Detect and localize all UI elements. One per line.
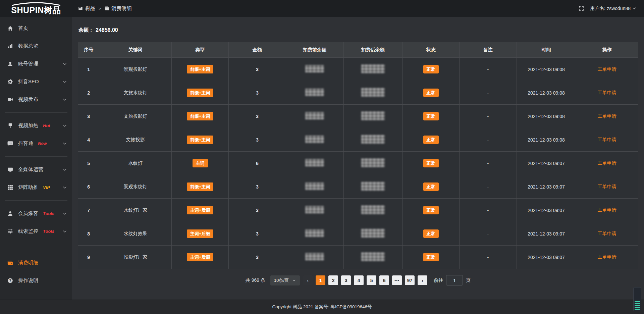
breadcrumb-label: 树品: [85, 5, 95, 12]
breadcrumb-item-current[interactable]: 消费明细: [105, 5, 132, 12]
camera-icon: [7, 97, 13, 102]
sidebar-item-video-publish[interactable]: 视频发布: [0, 91, 72, 108]
work-order-link[interactable]: 工单申请: [598, 90, 616, 95]
work-order-link[interactable]: 工单申请: [598, 231, 616, 236]
work-order-link[interactable]: 工单申请: [598, 137, 616, 142]
sidebar-item-media-operation[interactable]: 全媒体运营: [0, 161, 72, 178]
floating-widget[interactable]: [633, 287, 641, 311]
sidebar-item-member-burst[interactable]: 会员爆客Tools: [0, 205, 72, 222]
status-badge: 正常: [423, 112, 439, 120]
table-row: 2文旅水纹灯前缀+主词3正常-2021-12-03 09:08工单申请: [78, 81, 638, 105]
sidebar-item-video-heat[interactable]: 视频加热Hot: [0, 117, 72, 135]
main-column: 树品 > 消费明细: [72, 0, 644, 300]
sidebar-item-operation-guide[interactable]: ?操作说明: [0, 272, 72, 290]
redacted-value: [361, 158, 385, 167]
gear-icon: [7, 79, 13, 85]
page-button-2[interactable]: 2: [328, 275, 338, 285]
cell-type: 前缀+主词: [171, 175, 228, 199]
table-row: 5水纹灯主词6正常-2021-12-03 09:07工单申请: [78, 152, 638, 175]
cell-amount: 3: [229, 199, 286, 222]
page-button-6[interactable]: 6: [379, 275, 389, 285]
cell-amount: 3: [229, 128, 286, 152]
sidebar-item-label: 首页: [18, 25, 28, 32]
status-badge: 正常: [423, 206, 439, 214]
goto-page: 前往 页: [434, 275, 471, 285]
breadcrumb: 树品 > 消费明细: [78, 5, 132, 12]
sidebar-item-tag: VIP: [43, 185, 50, 190]
page-ellipsis-button[interactable]: •••: [392, 275, 402, 285]
page-button-1[interactable]: 1: [316, 275, 325, 285]
work-order-link[interactable]: 工单申请: [598, 66, 616, 72]
work-order-link[interactable]: 工单申请: [598, 184, 616, 189]
column-header: 金额: [229, 42, 286, 58]
username-value: zswodun88: [607, 6, 631, 11]
chevron-down-icon: [62, 61, 67, 67]
redacted-value: [305, 136, 324, 143]
page-button-3[interactable]: 3: [341, 275, 351, 285]
breadcrumb-item-home[interactable]: 树品: [78, 5, 95, 12]
work-order-link[interactable]: 工单申请: [598, 160, 616, 166]
type-badge: 前缀+主词: [187, 65, 214, 73]
sidebar-item-douketong[interactable]: 抖客通New: [0, 135, 72, 152]
next-page-button[interactable]: ›: [418, 275, 427, 285]
user-menu[interactable]: 用户名: zswodun88: [590, 5, 637, 11]
cell-keyword: 水纹灯: [99, 152, 171, 175]
table-row: 1景观投影灯前缀+主词3正常-2021-12-03 09:08工单申请: [78, 58, 638, 81]
cell-balance-after: [343, 222, 402, 246]
cell-remark: -: [460, 175, 517, 199]
column-header: 备注: [460, 42, 517, 58]
cell-remark: -: [460, 128, 517, 152]
footer: Copyright 树品 2021 备案号: 粤ICP备09019646号: [0, 300, 644, 314]
sidebar-item-matrix-boost[interactable]: 矩阵助推VIP: [0, 178, 72, 196]
cell-balance-after: [343, 58, 402, 81]
floating-widget-stripes: [635, 301, 640, 310]
page-size-select[interactable]: 10条/页: [270, 275, 300, 285]
wallet-icon: [105, 6, 109, 11]
cell-index: 3: [78, 105, 99, 128]
column-header: 序号: [78, 42, 99, 58]
cell-type: 主词: [171, 152, 228, 175]
home-icon: [7, 25, 13, 31]
page-button-5[interactable]: 5: [367, 275, 376, 285]
page-button-4[interactable]: 4: [354, 275, 364, 285]
prev-page-button[interactable]: ‹: [303, 275, 313, 285]
cell-action: 工单申请: [576, 81, 638, 105]
sidebar-item-label: 数据总览: [18, 43, 38, 49]
cell-time: 2021-12-03 09:07: [517, 199, 576, 222]
work-order-link[interactable]: 工单申请: [598, 254, 616, 260]
cell-action: 工单申请: [576, 222, 638, 246]
cell-balance-before: [286, 246, 343, 269]
cell-amount: 3: [229, 246, 286, 269]
cell-type: 前缀+主词: [171, 128, 228, 152]
logo[interactable]: SHUPIN树品: [0, 0, 72, 17]
fullscreen-icon[interactable]: [579, 6, 584, 11]
cell-status: 正常: [402, 152, 459, 175]
cell-type: 前缀+主词: [171, 81, 228, 105]
sidebar-item-clue-monitor[interactable]: 线索监控Tools: [0, 222, 72, 240]
column-header: 扣费前余额: [286, 42, 343, 58]
cell-time: 2021-12-03 09:07: [517, 152, 576, 175]
cell-remark: -: [460, 81, 517, 105]
status-badge: 正常: [423, 229, 439, 238]
goto-page-input[interactable]: [446, 275, 463, 285]
work-order-link[interactable]: 工单申请: [598, 207, 616, 213]
sidebar-item-douyin-seo[interactable]: 抖音SEO: [0, 73, 72, 91]
redacted-value: [361, 111, 385, 120]
cell-time: 2021-12-03 09:08: [517, 128, 576, 152]
sidebar-item-label: 抖音SEO: [18, 78, 39, 85]
redacted-value: [361, 88, 385, 97]
sidebar-item-account-management[interactable]: 账号管理: [0, 55, 72, 73]
sidebar-item-home[interactable]: 首页: [0, 19, 72, 37]
cell-action: 工单申请: [576, 152, 638, 175]
sidebar-item-label: 视频加热: [18, 122, 38, 129]
cell-type: 主词+后缀: [171, 199, 228, 222]
page-button-97[interactable]: 97: [405, 275, 415, 285]
sidebar-item-consumption-detail[interactable]: 消费明细: [0, 254, 72, 272]
user-icon: [7, 211, 13, 216]
cell-remark: -: [460, 105, 517, 128]
work-order-link[interactable]: 工单申请: [598, 113, 616, 119]
sidebar-item-data-overview[interactable]: 数据总览: [0, 37, 72, 55]
cell-action: 工单申请: [576, 105, 638, 128]
cell-index: 6: [78, 175, 99, 199]
cell-status: 正常: [402, 58, 459, 81]
